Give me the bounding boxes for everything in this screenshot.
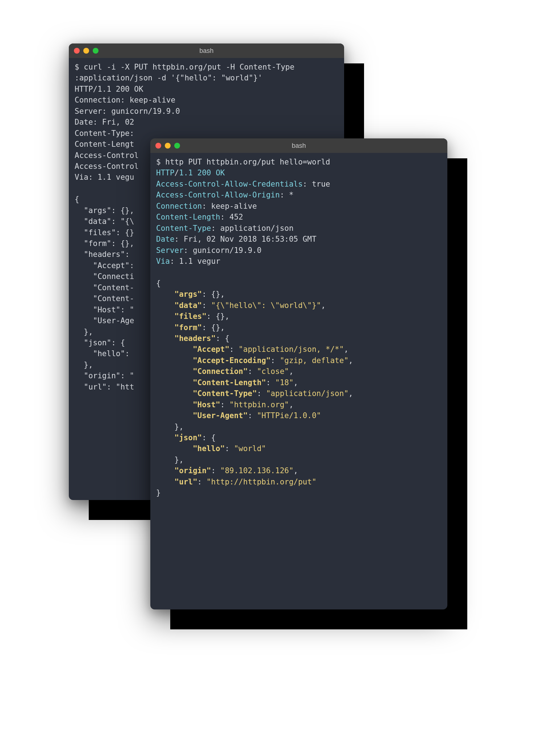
command-line: http PUT httpbin.org/put hello=world <box>165 158 330 166</box>
maximize-icon[interactable] <box>174 143 180 149</box>
http-header-value: * <box>284 191 293 199</box>
close-icon[interactable] <box>74 48 80 54</box>
json-key: "hello" <box>193 444 225 453</box>
command-line: curl -i -X PUT httpbin.org/put -H Conten… <box>84 63 294 71</box>
json-key: "headers" <box>175 334 216 343</box>
output-line: Access-Control <box>75 162 139 171</box>
http-header-name: Content-Length <box>156 213 220 221</box>
output-line: { <box>75 195 79 204</box>
output-line: "headers": <box>75 250 134 259</box>
output-line: "origin": " <box>75 371 134 380</box>
window-title: bash <box>69 47 344 55</box>
http-header-name: Content-Type <box>156 224 211 233</box>
json-brace: { <box>211 433 216 442</box>
json-key: "User-Agent" <box>193 411 248 420</box>
maximize-icon[interactable] <box>93 48 99 54</box>
json-key: "files" <box>175 312 207 321</box>
json-value: "application/json, */*" <box>239 345 344 354</box>
output-line: Access-Control <box>75 151 139 160</box>
output-line: "hello": <box>75 349 134 358</box>
output-line: "Accept": <box>75 261 139 270</box>
minimize-icon[interactable] <box>83 48 89 54</box>
output-line: }, <box>75 328 93 336</box>
http-header-name: Access-Control-Allow-Credentials <box>156 180 303 188</box>
json-value: "world" <box>234 444 266 453</box>
output-line: Server: gunicorn/19.9.0 <box>75 107 180 116</box>
json-brace: {} <box>211 323 220 332</box>
http-header-name: Access-Control-Allow-Origin <box>156 191 280 199</box>
json-value: "89.102.136.126" <box>220 466 293 475</box>
titlebar-back[interactable]: bash <box>69 43 344 58</box>
json-value: "application/json" <box>266 389 348 398</box>
output-line: Date: Fri, 02 <box>75 118 139 126</box>
json-brace: {} <box>211 290 220 299</box>
json-brace: { <box>156 279 161 288</box>
json-key: "url" <box>175 478 197 486</box>
http-header-name: Date <box>156 235 175 243</box>
http-header-value: keep-alive <box>206 202 257 211</box>
json-key: "Content-Length" <box>193 378 266 387</box>
http-header-value: gunicorn/19.9.0 <box>188 246 262 255</box>
output-line: "args": {}, <box>75 206 134 215</box>
json-key: "data" <box>175 301 202 310</box>
minimize-icon[interactable] <box>165 143 171 149</box>
json-value: "httpbin.org" <box>229 400 289 409</box>
json-key: "Host" <box>193 400 220 409</box>
json-key: "Accept-Encoding" <box>193 356 271 365</box>
json-key: "json" <box>175 433 202 442</box>
http-header-value: 1.1 vegur <box>175 257 220 266</box>
close-icon[interactable] <box>155 143 161 149</box>
output-line: Connection: keep-alive <box>75 96 175 104</box>
output-line: "Content- <box>75 283 134 292</box>
terminal-stage: bash $ curl -i -X PUT httpbin.org/put -H… <box>69 43 496 659</box>
http-version: 1.1 <box>179 168 193 177</box>
http-header-value: true <box>307 180 330 188</box>
http-proto: HTTP <box>156 168 175 177</box>
terminal-window-front[interactable]: bash $ http PUT httpbin.org/put hello=wo… <box>150 138 447 609</box>
output-line: "Connecti <box>75 272 134 281</box>
json-key: "Content-Type" <box>193 389 257 398</box>
shell-prompt: $ <box>156 158 165 166</box>
output-line: "Content- <box>75 294 134 303</box>
output-line: "User-Age <box>75 316 134 325</box>
http-header-name: Via <box>156 257 170 266</box>
output-line: "Host": " <box>75 305 134 314</box>
traffic-lights <box>74 48 99 54</box>
json-key: "Accept" <box>193 345 229 354</box>
json-value: "http://httpbin.org/put" <box>206 478 316 486</box>
json-brace: { <box>225 334 230 343</box>
traffic-lights <box>155 143 180 149</box>
output-line: }, <box>75 361 93 369</box>
window-title: bash <box>150 142 447 150</box>
json-brace: }, <box>156 422 184 431</box>
json-value: "18" <box>275 378 294 387</box>
output-line: "data": "{\ <box>75 217 134 226</box>
json-value: "close" <box>257 367 289 376</box>
json-brace: }, <box>156 455 184 464</box>
terminal-body-front[interactable]: $ http PUT httpbin.org/put hello=world H… <box>150 153 447 504</box>
json-value: "{\"hello\": \"world\"}" <box>211 301 321 310</box>
json-value: "gzip, deflate" <box>280 356 348 365</box>
json-value: "HTTPie/1.0.0" <box>257 411 321 420</box>
http-header-value: application/json <box>216 224 293 233</box>
http-header-name: Connection <box>156 202 202 211</box>
command-line: :application/json -d '{"hello": "world"}… <box>75 74 262 82</box>
http-header-value: 452 <box>225 213 243 221</box>
json-key: "origin" <box>175 466 211 475</box>
output-line: "json": { <box>75 338 125 347</box>
http-header-value: Fri, 02 Nov 2018 16:53:05 GMT <box>179 235 316 243</box>
output-line: "files": {} <box>75 228 134 237</box>
output-line: Content-Lengt <box>75 140 134 149</box>
json-key: "form" <box>175 323 202 332</box>
titlebar-front[interactable]: bash <box>150 138 447 153</box>
http-header-name: Server <box>156 246 184 255</box>
json-brace: {} <box>216 312 225 321</box>
output-line: "form": {}, <box>75 239 134 248</box>
output-line: HTTP/1.1 200 OK <box>75 85 143 93</box>
output-line: Via: 1.1 vegu <box>75 173 134 182</box>
shell-prompt: $ <box>75 63 84 71</box>
json-key: "args" <box>175 290 202 299</box>
output-line: "url": "htt <box>75 383 134 391</box>
json-brace: } <box>156 488 161 497</box>
json-key: "Connection" <box>193 367 248 376</box>
